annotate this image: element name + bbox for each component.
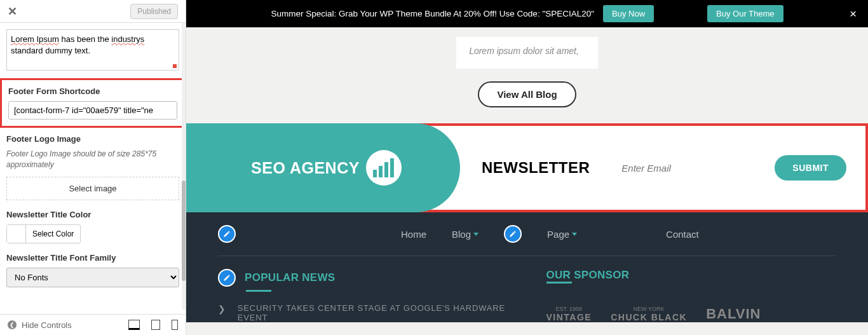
panel-header: ✕ Published xyxy=(0,0,186,23)
dropdown-caret-icon xyxy=(473,233,478,236)
footer-area: Home Blog Page Contact POPULAR NEWS xyxy=(186,212,868,322)
chevron-left-icon: ❮ xyxy=(8,320,17,329)
nav-page[interactable]: Page xyxy=(547,229,577,240)
buy-theme-button[interactable]: Buy Our Theme xyxy=(707,5,783,22)
hide-controls-label: Hide Controls xyxy=(22,320,72,330)
view-all-blog-button[interactable]: View All Blog xyxy=(478,81,576,107)
textarea-text: has been the xyxy=(59,34,111,44)
footer-nav: Home Blog Page Contact xyxy=(218,225,836,256)
footer-form-input[interactable] xyxy=(8,101,177,120)
popular-news-column: POPULAR NEWS ❯ SECURITY TAKES CENTER STA… xyxy=(218,269,508,322)
lorem-card: Lorem ipsum dolor sit amet, xyxy=(456,37,598,69)
logo-icon xyxy=(366,150,402,186)
email-input[interactable] xyxy=(621,163,743,174)
edit-shortcut-icon[interactable] xyxy=(218,269,236,287)
scrollbar-track xyxy=(182,23,186,310)
footer-form-section: Footer Form Shortcode xyxy=(0,78,186,128)
sponsor-logos: EST. 1958 VINTAGE NEW YORK CHUCK BLACK B… xyxy=(546,306,837,322)
textarea-text: standard dummy text. xyxy=(11,46,90,55)
select-color-label: Select Color xyxy=(26,226,80,242)
logo-content: SEO AGENCY xyxy=(251,150,402,186)
promo-text: Summer Special: Grab Your WP Theme Bundl… xyxy=(271,9,594,18)
newsletter-font-section: Newsletter Title Font Family No Fonts xyxy=(6,253,179,287)
nav-blog[interactable]: Blog xyxy=(452,229,478,240)
color-picker[interactable]: Select Color xyxy=(6,224,81,243)
mobile-icon[interactable] xyxy=(172,320,178,330)
font-select[interactable]: No Fonts xyxy=(6,268,179,287)
footer-logo-help: Footer Logo Image should be of size 285*… xyxy=(6,149,179,170)
color-swatch xyxy=(7,225,26,243)
footer-logo-section: SEO AGENCY xyxy=(186,123,416,212)
close-icon[interactable]: ✕ xyxy=(8,4,17,18)
footer-form-label: Footer Form Shortcode xyxy=(8,86,177,96)
published-button[interactable]: Published xyxy=(130,4,178,19)
news-item[interactable]: ❯ SECURITY TAKES CENTER STAGE AT GOOGLE'… xyxy=(218,303,508,322)
tablet-icon[interactable] xyxy=(151,320,160,330)
textarea-text: industrys xyxy=(111,34,144,44)
resize-handle-icon[interactable] xyxy=(173,64,177,68)
chevron-right-icon: ❯ xyxy=(218,304,226,314)
newsletter-color-label: Newsletter Title Color xyxy=(6,210,179,219)
nav-contact[interactable]: Contact xyxy=(666,229,699,240)
newsletter-font-label: Newsletter Title Font Family xyxy=(6,253,179,263)
description-textarea-wrapper: Lorem Ipsum has been the industrys stand… xyxy=(6,29,179,71)
newsletter-title: NEWSLETTER xyxy=(482,159,590,177)
title-underline xyxy=(246,290,271,292)
sponsor-column: OUR SPONSOR EST. 1958 VINTAGE NEW YORK C… xyxy=(546,269,837,322)
sponsor-vintage: EST. 1958 VINTAGE xyxy=(546,306,592,322)
title-underline xyxy=(546,282,572,284)
select-image-button[interactable]: Select image xyxy=(6,177,179,200)
promo-close-icon[interactable]: × xyxy=(850,7,857,21)
footer-logo-section: Footer Logo Image Footer Logo Image shou… xyxy=(6,134,179,200)
footer-logo-label: Footer Logo Image xyxy=(6,134,179,144)
sponsor-chuck: NEW YORK CHUCK BLACK xyxy=(611,306,687,322)
newsletter-form: NEWSLETTER SUBMIT xyxy=(416,123,868,212)
panel-body: Lorem Ipsum has been the industrys stand… xyxy=(0,23,186,314)
content-section: Lorem ipsum dolor sit amet, View All Blo… xyxy=(186,27,868,123)
dropdown-caret-icon xyxy=(572,233,577,236)
buy-now-button[interactable]: Buy Now xyxy=(603,5,654,22)
logo-text: SEO AGENCY xyxy=(251,159,360,177)
customizer-panel: ✕ Published Lorem Ipsum has been the ind… xyxy=(0,0,186,335)
device-preview-icons xyxy=(128,320,178,330)
submit-button[interactable]: SUBMIT xyxy=(775,155,846,181)
sponsor-title: OUR SPONSOR xyxy=(546,269,630,281)
newsletter-color-section: Newsletter Title Color Select Color xyxy=(6,210,179,243)
newsletter-wrapper: SEO AGENCY NEWSLETTER SUBMIT xyxy=(186,123,868,212)
edit-shortcut-icon[interactable] xyxy=(504,225,522,243)
sponsor-balvin: BALVIN xyxy=(706,306,761,322)
nav-home[interactable]: Home xyxy=(401,229,426,240)
description-textarea[interactable]: Lorem Ipsum has been the industrys stand… xyxy=(6,29,179,71)
hide-controls-button[interactable]: ❮ Hide Controls xyxy=(8,320,72,330)
textarea-text: Lorem Ipsum xyxy=(11,34,59,44)
preview-area: Summer Special: Grab Your WP Theme Bundl… xyxy=(186,0,868,335)
desktop-icon[interactable] xyxy=(128,320,140,330)
news-item-text: SECURITY TAKES CENTER STAGE AT GOOGLE'S … xyxy=(238,303,508,322)
footer-columns: POPULAR NEWS ❯ SECURITY TAKES CENTER STA… xyxy=(218,256,836,322)
edit-shortcut-icon[interactable] xyxy=(218,225,236,243)
promo-bar: Summer Special: Grab Your WP Theme Bundl… xyxy=(186,0,868,27)
panel-footer: ❮ Hide Controls xyxy=(0,314,186,335)
popular-news-title: POPULAR NEWS xyxy=(245,271,335,284)
scrollbar-thumb[interactable] xyxy=(182,181,186,281)
